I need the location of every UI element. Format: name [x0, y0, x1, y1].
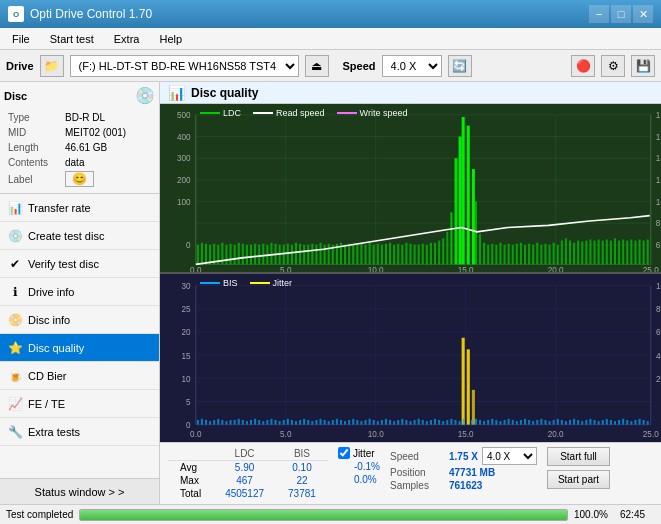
nav-verify-test-disc-label: Verify test disc — [28, 258, 99, 270]
jitter-checkbox-row: Jitter — [338, 447, 380, 459]
svg-text:12X: 12X — [656, 175, 661, 185]
svg-rect-246 — [471, 420, 473, 425]
svg-rect-97 — [442, 238, 444, 264]
legend-jitter-color — [250, 282, 270, 284]
svg-rect-238 — [446, 420, 448, 425]
nav-disc-quality[interactable]: ⭐ Disc quality — [0, 334, 159, 362]
settings-button[interactable]: ⚙ — [601, 55, 625, 77]
minimize-button[interactable]: − — [589, 5, 609, 23]
svg-rect-241 — [459, 421, 461, 424]
svg-rect-99 — [450, 212, 452, 264]
nav-extra-tests[interactable]: 🔧 Extra tests — [0, 418, 159, 446]
stats-row-avg: Avg 5.90 0.10 — [168, 461, 328, 475]
nav-disc-info[interactable]: 📀 Disc info — [0, 306, 159, 334]
svg-rect-265 — [549, 421, 551, 424]
svg-rect-217 — [360, 421, 362, 424]
svg-rect-35 — [201, 243, 203, 265]
legend-read-speed-color — [253, 112, 273, 114]
speed-dropdown[interactable]: 4.0 X 1.0 X 2.0 X — [482, 447, 537, 465]
svg-rect-138 — [622, 239, 624, 264]
stats-avg-jitter: -0.1% — [338, 461, 380, 472]
svg-rect-45 — [242, 244, 244, 265]
nav-fe-te[interactable]: 📈 FE / TE — [0, 390, 159, 418]
save-button[interactable]: 💾 — [631, 55, 655, 77]
svg-rect-228 — [405, 420, 407, 425]
svg-rect-247 — [475, 419, 477, 425]
start-full-button[interactable]: Start full — [547, 447, 610, 466]
legend-read-speed-label: Read speed — [276, 108, 325, 118]
svg-rect-80 — [385, 244, 387, 265]
disc-label-icon[interactable]: 😊 — [65, 171, 94, 187]
nav-verify-test-disc[interactable]: ✔ Verify test disc — [0, 250, 159, 278]
svg-rect-234 — [430, 420, 432, 425]
svg-rect-128 — [581, 242, 583, 265]
svg-rect-243 — [467, 349, 470, 424]
svg-rect-227 — [401, 419, 403, 425]
svg-rect-117 — [536, 243, 538, 265]
svg-rect-36 — [205, 244, 207, 265]
svg-text:14X: 14X — [656, 153, 661, 163]
start-buttons: Start full Start part — [547, 447, 610, 489]
nav-transfer-rate[interactable]: 📊 Transfer rate — [0, 194, 159, 222]
status-window-button[interactable]: Status window > > — [0, 478, 159, 504]
svg-rect-104 — [483, 243, 485, 265]
svg-rect-284 — [626, 420, 628, 425]
speed-select[interactable]: 4.0 X 1.0 X 2.0 X 6.0 X 8.0 X — [382, 55, 442, 77]
svg-rect-43 — [234, 245, 236, 265]
jitter-checkbox[interactable] — [338, 447, 350, 459]
svg-rect-96 — [438, 241, 440, 265]
nav-items: 📊 Transfer rate 💿 Create test disc ✔ Ver… — [0, 194, 159, 478]
create-test-disc-icon: 💿 — [8, 229, 22, 243]
legend-ldc: LDC — [200, 108, 241, 118]
svg-rect-131 — [594, 241, 596, 265]
svg-text:300: 300 — [177, 153, 191, 163]
svg-rect-57 — [291, 245, 293, 265]
svg-rect-79 — [381, 245, 383, 265]
svg-rect-278 — [602, 420, 604, 425]
svg-rect-100 — [454, 158, 457, 264]
eject-button[interactable]: ⏏ — [305, 55, 329, 77]
svg-rect-283 — [622, 419, 624, 425]
nav-drive-info[interactable]: ℹ Drive info — [0, 278, 159, 306]
burn-button[interactable]: 🔴 — [571, 55, 595, 77]
svg-rect-119 — [544, 244, 546, 265]
legend-write-speed-color — [337, 112, 357, 114]
svg-rect-254 — [504, 420, 506, 425]
svg-text:25: 25 — [182, 304, 191, 315]
nav-create-test-disc[interactable]: 💿 Create test disc — [0, 222, 159, 250]
legend-jitter-label: Jitter — [273, 278, 293, 288]
nav-cd-bier[interactable]: 🍺 CD Bier — [0, 362, 159, 390]
svg-rect-46 — [246, 245, 248, 265]
svg-rect-87 — [414, 245, 416, 265]
svg-rect-186 — [234, 420, 236, 425]
drive-select[interactable]: (F:) HL-DT-ST BD-RE WH16NS58 TST4 — [70, 55, 299, 77]
svg-rect-41 — [225, 245, 227, 265]
svg-text:100: 100 — [177, 197, 191, 207]
svg-rect-94 — [472, 169, 475, 264]
svg-rect-183 — [221, 420, 223, 425]
svg-rect-56 — [287, 244, 289, 265]
svg-rect-272 — [577, 420, 579, 425]
svg-rect-112 — [516, 244, 518, 265]
svg-rect-200 — [291, 420, 293, 425]
stats-table: LDC BIS Avg 5.90 0.10 Max 467 — [168, 447, 328, 500]
menu-extra[interactable]: Extra — [106, 31, 148, 47]
svg-rect-107 — [495, 245, 497, 265]
refresh-button[interactable]: 🔄 — [448, 55, 472, 77]
close-button[interactable]: ✕ — [633, 5, 653, 23]
drive-browse-button[interactable]: 📁 — [40, 55, 64, 77]
legend-read-speed: Read speed — [253, 108, 325, 118]
disc-contents-value[interactable]: data — [63, 156, 153, 169]
svg-rect-202 — [299, 420, 301, 425]
svg-rect-253 — [499, 421, 501, 424]
menu-file[interactable]: File — [4, 31, 38, 47]
svg-text:20.0: 20.0 — [548, 429, 564, 440]
start-part-button[interactable]: Start part — [547, 470, 610, 489]
menu-start-test[interactable]: Start test — [42, 31, 102, 47]
svg-rect-277 — [598, 421, 600, 424]
menu-help[interactable]: Help — [151, 31, 190, 47]
disc-type-label: Type — [6, 111, 61, 124]
disc-type-value: BD-R DL — [63, 111, 153, 124]
svg-rect-225 — [393, 421, 395, 424]
maximize-button[interactable]: □ — [611, 5, 631, 23]
